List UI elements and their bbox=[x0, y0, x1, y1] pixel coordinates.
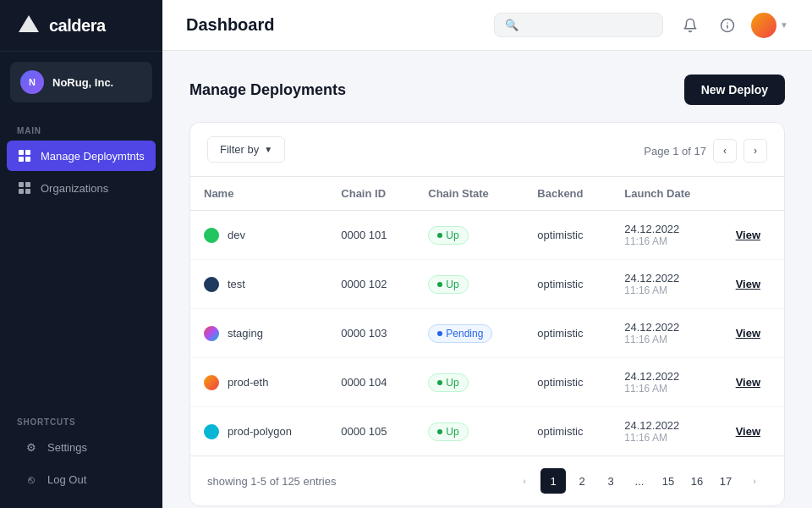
nav-label-manage-deployments: Manage Deploymtnts bbox=[41, 150, 145, 163]
state-dot-3 bbox=[437, 380, 442, 385]
pagination-page-1[interactable]: 1 bbox=[540, 468, 566, 494]
col-action bbox=[722, 177, 784, 211]
filter-chevron-icon: ▼ bbox=[264, 145, 272, 154]
table-toolbar: Filter by ▼ Page 1 of 17 ‹ › bbox=[190, 123, 784, 177]
deployment-dot-0 bbox=[204, 228, 219, 243]
pagination-next[interactable]: › bbox=[742, 468, 767, 494]
view-link-1[interactable]: View bbox=[736, 278, 760, 290]
info-button[interactable] bbox=[714, 12, 741, 39]
user-menu[interactable]: ▼ bbox=[751, 13, 788, 38]
user-avatar bbox=[751, 13, 776, 38]
cell-backend-3: optimistic bbox=[524, 358, 611, 407]
chevron-down-icon: ▼ bbox=[780, 20, 788, 30]
view-link-4[interactable]: View bbox=[736, 425, 760, 438]
cell-launch-date-1: 24.12.2022 11:16 AM bbox=[611, 260, 721, 309]
logo-text: caldera bbox=[49, 16, 106, 36]
cell-launch-date-0: 24.12.2022 11:16 AM bbox=[611, 211, 721, 260]
cell-chain-state-2: Pending bbox=[414, 309, 524, 358]
search-input[interactable] bbox=[525, 19, 652, 31]
grid-icon bbox=[17, 148, 32, 163]
pagination-page-15[interactable]: 15 bbox=[656, 468, 681, 494]
cell-backend-1: optimistic bbox=[524, 260, 611, 309]
sidebar-item-manage-deployments[interactable]: Manage Deploymtnts bbox=[7, 141, 156, 171]
pagination-page-3[interactable]: 3 bbox=[598, 468, 623, 494]
caldera-logo-icon bbox=[17, 14, 41, 37]
table-row: staging 0000 103 Pending optimistic 24.1… bbox=[190, 309, 784, 358]
search-bar[interactable]: 🔍 bbox=[494, 13, 663, 37]
table-body: dev 0000 101 Up optimistic 24.12.2022 11… bbox=[190, 211, 784, 456]
cell-name-0: dev bbox=[190, 211, 327, 260]
content-area: Manage Deployments New Deploy Filter by … bbox=[162, 51, 812, 508]
deployment-dot-3 bbox=[204, 375, 219, 390]
pagination: ‹ 1 2 3 ... 15 16 17 › bbox=[512, 468, 767, 494]
state-dot-1 bbox=[437, 282, 442, 287]
logout-label: Log Out bbox=[47, 473, 86, 486]
view-link-0[interactable]: View bbox=[736, 229, 760, 241]
settings-icon: ⚙ bbox=[24, 439, 39, 455]
org-avatar: N bbox=[20, 70, 44, 94]
deployment-name-3: prod-eth bbox=[228, 376, 268, 389]
header-icons: ▼ bbox=[677, 12, 788, 39]
sidebar-item-settings[interactable]: ⚙ Settings bbox=[14, 432, 149, 462]
col-chain-id: Chain ID bbox=[327, 177, 414, 211]
state-badge-4: Up bbox=[428, 422, 468, 441]
cell-chain-id-4: 0000 105 bbox=[327, 407, 414, 456]
cell-chain-state-1: Up bbox=[414, 260, 524, 309]
state-dot-0 bbox=[437, 233, 442, 238]
cell-backend-2: optimistic bbox=[524, 309, 611, 358]
cell-chain-id-1: 0000 102 bbox=[327, 260, 414, 309]
cell-action-0[interactable]: View bbox=[722, 211, 784, 260]
page-header: Dashboard 🔍 ▼ bbox=[162, 0, 812, 51]
cell-chain-id-0: 0000 101 bbox=[327, 211, 414, 260]
deployment-name-1: test bbox=[228, 278, 245, 290]
cell-chain-state-3: Up bbox=[414, 358, 524, 407]
cell-action-4[interactable]: View bbox=[722, 407, 784, 456]
sidebar-item-logout[interactable]: ⎋ Log Out bbox=[14, 464, 149, 494]
state-badge-2: Pending bbox=[428, 324, 492, 343]
col-chain-state: Chain State bbox=[414, 177, 524, 211]
org-nav-icon bbox=[17, 180, 32, 196]
state-badge-3: Up bbox=[428, 373, 468, 392]
filter-label: Filter by bbox=[220, 143, 259, 156]
org-switcher[interactable]: N NoRug, Inc. bbox=[10, 62, 152, 102]
page-info-bar: Page 1 of 17 ‹ › bbox=[644, 139, 767, 163]
next-page-button[interactable]: › bbox=[743, 139, 767, 163]
cell-launch-date-4: 24.12.2022 11:16 AM bbox=[611, 407, 721, 456]
col-name: Name bbox=[190, 177, 327, 211]
cell-name-4: prod-polygon bbox=[190, 407, 327, 456]
state-badge-1: Up bbox=[428, 275, 468, 294]
deployment-name-2: staging bbox=[228, 327, 263, 340]
new-deploy-button[interactable]: New Deploy bbox=[684, 75, 785, 105]
pagination-prev[interactable]: ‹ bbox=[512, 468, 537, 494]
nav-label-organizations: Organizations bbox=[41, 182, 108, 195]
notification-button[interactable] bbox=[677, 12, 704, 39]
deployment-dot-4 bbox=[204, 424, 219, 439]
filter-button[interactable]: Filter by ▼ bbox=[207, 136, 285, 163]
view-link-2[interactable]: View bbox=[736, 327, 760, 340]
cell-launch-date-3: 24.12.2022 11:16 AM bbox=[611, 358, 721, 407]
cell-action-1[interactable]: View bbox=[722, 260, 784, 309]
sidebar-item-organizations[interactable]: Organizations bbox=[7, 173, 156, 203]
state-dot-4 bbox=[437, 429, 442, 434]
bell-icon bbox=[683, 18, 698, 33]
pagination-ellipsis: ... bbox=[627, 468, 652, 494]
cell-action-2[interactable]: View bbox=[722, 309, 784, 358]
pagination-page-17[interactable]: 17 bbox=[713, 468, 738, 494]
pagination-page-2[interactable]: 2 bbox=[569, 468, 595, 494]
table-row: dev 0000 101 Up optimistic 24.12.2022 11… bbox=[190, 211, 784, 260]
pagination-page-16[interactable]: 16 bbox=[684, 468, 710, 494]
cell-chain-id-3: 0000 104 bbox=[327, 358, 414, 407]
table-head: Name Chain ID Chain State Backend Launch… bbox=[190, 177, 784, 211]
prev-page-button[interactable]: ‹ bbox=[713, 139, 737, 163]
view-link-3[interactable]: View bbox=[736, 376, 760, 389]
deployments-table: Name Chain ID Chain State Backend Launch… bbox=[190, 177, 784, 456]
state-dot-2 bbox=[437, 331, 442, 336]
deployment-name-0: dev bbox=[228, 229, 245, 241]
cell-name-3: prod-eth bbox=[190, 358, 327, 407]
showing-text: showing 1-5 of 125 entries bbox=[207, 475, 336, 488]
deployment-dot-1 bbox=[204, 277, 219, 292]
cell-action-3[interactable]: View bbox=[722, 358, 784, 407]
col-launch-date: Launch Date bbox=[611, 177, 721, 211]
state-badge-0: Up bbox=[428, 226, 468, 245]
svg-marker-0 bbox=[19, 15, 39, 32]
